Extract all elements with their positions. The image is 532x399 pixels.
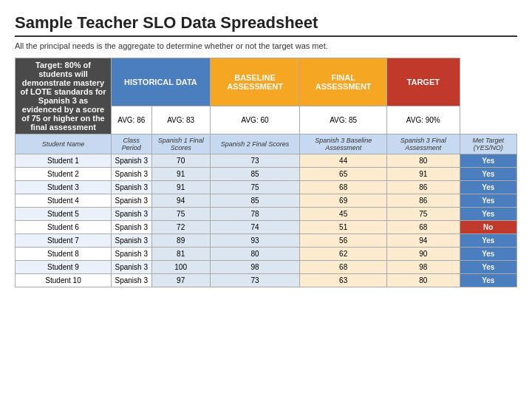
sp2-score-cell: 98 xyxy=(210,261,299,274)
class-period-cell: Spanish 3 xyxy=(112,181,152,194)
sp1-final-subheader: Spanish 1 Final Scores xyxy=(151,134,210,154)
avg-83-cell: AVG: 83 xyxy=(151,106,210,134)
sp2-score-cell: 74 xyxy=(210,221,299,234)
met-target-cell: Yes xyxy=(460,168,517,181)
subtitle: All the principal needs is the aggregate… xyxy=(15,41,517,50)
sp1-score-cell: 72 xyxy=(151,221,210,234)
table-row: Student 10 Spanish 3 97 73 63 80 Yes xyxy=(16,274,517,287)
final-score-cell: 90 xyxy=(387,248,460,261)
met-target-cell: Yes xyxy=(460,274,517,287)
met-target-cell: Yes xyxy=(460,154,517,168)
class-period-cell: Spanish 3 xyxy=(112,261,152,274)
class-period-cell: Spanish 3 xyxy=(112,274,152,287)
final-score-cell: 94 xyxy=(387,234,460,248)
sp1-score-cell: 97 xyxy=(151,274,210,287)
class-period-cell: Spanish 3 xyxy=(112,194,152,208)
spreadsheet-table: Target: 80% of students will demonstrate… xyxy=(15,58,517,287)
met-target-cell: Yes xyxy=(460,261,517,274)
student-name-cell: Student 9 xyxy=(16,261,112,274)
sp2-final-subheader: Spanish 2 Final Scores xyxy=(210,134,299,154)
table-row: Student 2 Spanish 3 91 85 65 91 Yes xyxy=(16,168,517,181)
avg-90-cell: AVG: 90% xyxy=(387,106,460,134)
class-period-cell: Spanish 3 xyxy=(112,168,152,181)
table-row: Student 1 Spanish 3 70 73 44 80 Yes xyxy=(16,154,517,168)
student-name-cell: Student 6 xyxy=(16,221,112,234)
table-row: Student 3 Spanish 3 91 75 68 86 Yes xyxy=(16,181,517,194)
sp2-score-cell: 75 xyxy=(210,181,299,194)
baseline-score-cell: 62 xyxy=(300,248,387,261)
class-period-subheader: Class Period xyxy=(112,134,152,154)
sp1-score-cell: 70 xyxy=(151,154,210,168)
met-target-cell: Yes xyxy=(460,194,517,208)
sp2-score-cell: 80 xyxy=(210,248,299,261)
final-score-cell: 80 xyxy=(387,274,460,287)
class-period-cell: Spanish 3 xyxy=(112,234,152,248)
met-target-cell: Yes xyxy=(460,248,517,261)
table-row: Student 7 Spanish 3 89 93 56 94 Yes xyxy=(16,234,517,248)
class-period-cell: Spanish 3 xyxy=(112,208,152,221)
sp1-score-cell: 94 xyxy=(151,194,210,208)
sp1-score-cell: 81 xyxy=(151,248,210,261)
student-name-cell: Student 7 xyxy=(16,234,112,248)
sp2-score-cell: 85 xyxy=(210,168,299,181)
met-target-cell: Yes xyxy=(460,208,517,221)
avg-60-cell: AVG: 60 xyxy=(210,106,299,134)
historical-data-header: HISTORICAL DATA xyxy=(112,58,211,106)
class-period-cell: Spanish 3 xyxy=(112,221,152,234)
student-name-subheader: Student Name xyxy=(16,134,112,154)
baseline-score-cell: 68 xyxy=(300,181,387,194)
page-title: Sample Teacher SLO Data Spreadsheet xyxy=(15,13,517,33)
student-name-cell: Student 1 xyxy=(16,154,112,168)
final-score-cell: 86 xyxy=(387,181,460,194)
sp1-score-cell: 91 xyxy=(151,168,210,181)
final-score-cell: 68 xyxy=(387,221,460,234)
sp2-score-cell: 73 xyxy=(210,154,299,168)
baseline-score-cell: 51 xyxy=(300,221,387,234)
baseline-score-cell: 63 xyxy=(300,274,387,287)
sp2-score-cell: 73 xyxy=(210,274,299,287)
final-score-cell: 80 xyxy=(387,154,460,168)
sp1-score-cell: 100 xyxy=(151,261,210,274)
student-name-cell: Student 5 xyxy=(16,208,112,221)
met-target-cell: Yes xyxy=(460,181,517,194)
class-period-cell: Spanish 3 xyxy=(112,248,152,261)
avg-85-cell: AVG: 85 xyxy=(300,106,387,134)
baseline-score-cell: 56 xyxy=(300,234,387,248)
student-name-cell: Student 10 xyxy=(16,274,112,287)
sp3-baseline-subheader: Spanish 3 Baseline Assessment xyxy=(300,134,387,154)
final-assessment-header: FINAL ASSESSMENT xyxy=(300,58,387,106)
table-row: Student 5 Spanish 3 75 78 45 75 Yes xyxy=(16,208,517,221)
final-score-cell: 86 xyxy=(387,194,460,208)
sp2-score-cell: 78 xyxy=(210,208,299,221)
baseline-assessment-header: BASELINE ASSESSMENT xyxy=(210,58,299,106)
baseline-score-cell: 65 xyxy=(300,168,387,181)
sp1-score-cell: 75 xyxy=(151,208,210,221)
table-row: Student 4 Spanish 3 94 85 69 86 Yes xyxy=(16,194,517,208)
sp1-score-cell: 89 xyxy=(151,234,210,248)
met-target-cell: Yes xyxy=(460,234,517,248)
student-name-cell: Student 8 xyxy=(16,248,112,261)
table-row: Student 6 Spanish 3 72 74 51 68 No xyxy=(16,221,517,234)
sp1-score-cell: 91 xyxy=(151,181,210,194)
final-score-cell: 75 xyxy=(387,208,460,221)
sp2-score-cell: 85 xyxy=(210,194,299,208)
met-target-cell: No xyxy=(460,221,517,234)
sp3-final-subheader: Spanish 3 Final Assessment xyxy=(387,134,460,154)
baseline-score-cell: 68 xyxy=(300,261,387,274)
sp2-score-cell: 93 xyxy=(210,234,299,248)
table-row: Student 8 Spanish 3 81 80 62 90 Yes xyxy=(16,248,517,261)
class-period-cell: Spanish 3 xyxy=(112,154,152,168)
target-description-cell: Target: 80% of students will demonstrate… xyxy=(16,58,112,134)
student-name-cell: Student 3 xyxy=(16,181,112,194)
baseline-score-cell: 44 xyxy=(300,154,387,168)
baseline-score-cell: 45 xyxy=(300,208,387,221)
target-header: TARGET xyxy=(387,58,460,106)
table-row: Student 9 Spanish 3 100 98 68 98 Yes xyxy=(16,261,517,274)
avg-86-cell: AVG: 86 xyxy=(112,106,152,134)
student-name-cell: Student 4 xyxy=(16,194,112,208)
baseline-score-cell: 69 xyxy=(300,194,387,208)
student-name-cell: Student 2 xyxy=(16,168,112,181)
final-score-cell: 98 xyxy=(387,261,460,274)
final-score-cell: 91 xyxy=(387,168,460,181)
met-target-subheader: Met Target (YES/NO) xyxy=(460,134,517,154)
